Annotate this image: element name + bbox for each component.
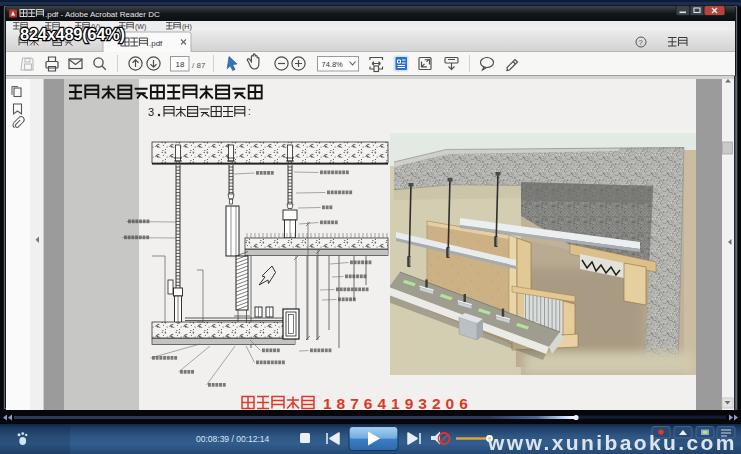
svg-text:?: ? [639, 38, 643, 47]
svg-text::: : [248, 106, 251, 117]
svg-text:00:08:39 / 00:12:14: 00:08:39 / 00:12:14 [196, 434, 270, 444]
svg-text:/ 87: / 87 [192, 61, 206, 70]
svg-text:74.8%: 74.8% [322, 60, 344, 69]
svg-text:(H): (H) [182, 23, 192, 31]
svg-text:824x489(64%): 824x489(64%) [20, 25, 125, 43]
svg-text:www.xunibaoku.com: www.xunibaoku.com [487, 431, 737, 454]
svg-text:18: 18 [176, 60, 185, 69]
svg-text:.pdf - Adobe Acrobat Reader DC: .pdf - Adobe Acrobat Reader DC [45, 10, 160, 19]
svg-text:.pdf: .pdf [149, 39, 163, 48]
svg-text:3: 3 [148, 106, 154, 118]
svg-text:18764193206: 18764193206 [323, 395, 473, 412]
svg-text:(W): (W) [135, 23, 146, 31]
